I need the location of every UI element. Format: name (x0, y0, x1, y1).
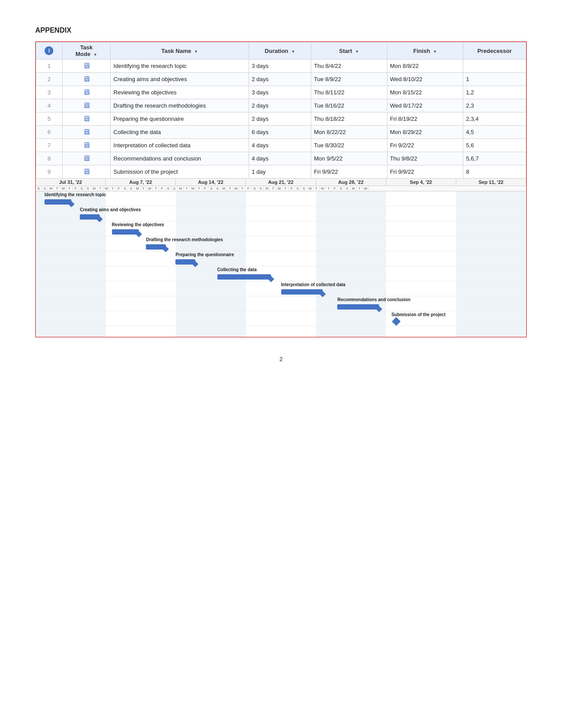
sort-arrow-finish[interactable]: ▼ (433, 49, 437, 54)
gantt-day-cell: W (233, 186, 239, 191)
gantt-bar-label: Preparing the questionnaire (175, 252, 234, 257)
task-table: i TaskMode ▼ Task Name ▼ Duration ▼ Star… (36, 42, 526, 179)
page-number: 2 (35, 356, 527, 362)
row-number: 4 (36, 99, 63, 112)
row-finish: Thu 9/8/22 (387, 152, 463, 165)
gantt-row: Identifying the research topic (36, 191, 526, 206)
gantt-week-label: Aug 21, '22 (246, 179, 316, 186)
row-number: 9 (36, 165, 63, 179)
gantt-day-cell: T (184, 186, 190, 191)
gantt-day-cell: T (153, 186, 159, 191)
sort-arrow-duration[interactable]: ▼ (291, 49, 295, 54)
gantt-bar (45, 199, 71, 205)
gantt-row: Creating aims and objectives (36, 206, 526, 221)
gantt-day-cell: S (215, 186, 221, 191)
row-start: Thu 8/11/22 (311, 86, 387, 99)
row-start: Tue 8/16/22 (311, 99, 387, 112)
gantt-day-cell: S (301, 186, 307, 191)
task-mode-icon: 🖥 (82, 75, 90, 84)
sort-arrow-mode[interactable]: ▼ (93, 52, 97, 57)
gantt-bar-label: Recommendations and conclusion (337, 297, 410, 302)
table-row: 3 🖥 Reviewing the objectives 3 days Thu … (36, 86, 526, 99)
row-mode: 🖥 (62, 99, 111, 112)
gantt-bar-label: Drafting the research methodologies (146, 237, 223, 242)
gantt-bar (337, 304, 379, 310)
sort-arrow-name[interactable]: ▼ (194, 49, 198, 54)
gantt-bar (217, 274, 271, 280)
gantt-bar-label: Reviewing the objectives (112, 222, 164, 227)
gantt-day-cell: M (307, 186, 313, 191)
gantt-week-label: Sep 4, '22 (386, 179, 456, 186)
row-finish: Fri 9/9/22 (387, 165, 463, 179)
row-finish: Wed 8/17/22 (387, 99, 463, 112)
row-number: 1 (36, 60, 63, 73)
gantt-bar-label: Interpretation of collected data (281, 282, 346, 287)
gantt-row: Reviewing the objectives (36, 221, 526, 236)
gantt-day-cell: S (258, 186, 264, 191)
gantt-day-cell: W (104, 186, 110, 191)
table-row: 4 🖥 Drafting the research methodologies … (36, 99, 526, 112)
gantt-bar-label: Identifying the research topic (45, 192, 106, 197)
gantt-day-cell: T (326, 186, 332, 191)
gantt-day-cell: M (91, 186, 97, 191)
row-predecessor: 5,6,7 (463, 152, 526, 165)
table-row: 7 🖥 Interpretation of collected data 4 d… (36, 139, 526, 152)
row-task-name: Collecting the data (111, 126, 249, 139)
row-task-name: Preparing the questionnaire (111, 112, 249, 126)
gantt-row: Preparing the questionnaire (36, 251, 526, 266)
gantt-day-cell: W (320, 186, 326, 191)
row-number: 6 (36, 126, 63, 139)
row-duration: 2 days (249, 112, 311, 126)
row-start: Tue 8/30/22 (311, 139, 387, 152)
gantt-bar-label: Submission of the project (391, 312, 446, 317)
gantt-day-cell: S (79, 186, 85, 191)
row-mode: 🖥 (62, 112, 111, 126)
row-start: Tue 8/9/22 (311, 73, 387, 86)
row-start: Thu 8/4/22 (311, 60, 387, 73)
gantt-day-cell: S (42, 186, 48, 191)
gantt-day-cell: S (122, 186, 128, 191)
task-mode-icon: 🖥 (82, 141, 90, 150)
row-mode: 🖥 (62, 126, 111, 139)
gantt-day-cell: F (73, 186, 79, 191)
gantt-row: Submission of the project (36, 311, 526, 326)
gantt-day-cell: W (60, 186, 67, 191)
task-mode-icon: 🖥 (82, 154, 90, 163)
row-finish: Fri 8/19/22 (387, 112, 463, 126)
gantt-day-cell: M (178, 186, 184, 191)
row-duration: 4 days (249, 139, 311, 152)
row-number: 7 (36, 139, 63, 152)
gantt-day-cell: S (344, 186, 350, 191)
th-mode: TaskMode ▼ (62, 42, 111, 60)
gantt-week-label: Aug 14, '22 (176, 179, 246, 186)
row-task-name: Interpretation of collected data (111, 139, 249, 152)
gantt-day-cell: T (67, 186, 73, 191)
table-row: 5 🖥 Preparing the questionnaire 2 days T… (36, 112, 526, 126)
row-number: 2 (36, 73, 63, 86)
gantt-week-label: Aug 7, '22 (106, 179, 176, 186)
gantt-body-area: Identifying the research topicCreating a… (36, 191, 526, 337)
row-duration: 6 days (249, 126, 311, 139)
row-finish: Mon 8/29/22 (387, 126, 463, 139)
gantt-day-cell: F (332, 186, 338, 191)
row-mode: 🖥 (62, 165, 111, 179)
gantt-day-cell: S (338, 186, 344, 191)
gantt-day-cell: M (48, 186, 54, 191)
gantt-empty-row (36, 326, 526, 337)
gantt-day-cell: S (208, 186, 215, 191)
gantt-day-cell: F (159, 186, 165, 191)
row-predecessor: 2,3 (463, 99, 526, 112)
row-duration: 3 days (249, 60, 311, 73)
gantt-week-label: Aug 28, '22 (316, 179, 386, 186)
gantt-row: Recommendations and conclusion (36, 296, 526, 311)
gantt-day-cell: T (97, 186, 104, 191)
row-finish: Wed 8/10/22 (387, 73, 463, 86)
table-row: 6 🖥 Collecting the data 6 days Mon 8/22/… (36, 126, 526, 139)
task-mode-icon: 🖥 (82, 101, 90, 110)
gantt-row: Drafting the research methodologies (36, 236, 526, 251)
th-duration: Duration ▼ (249, 42, 311, 60)
gantt-day-cell: S (128, 186, 134, 191)
row-number: 5 (36, 112, 63, 126)
sort-arrow-start[interactable]: ▼ (355, 49, 359, 54)
row-duration: 2 days (249, 73, 311, 86)
